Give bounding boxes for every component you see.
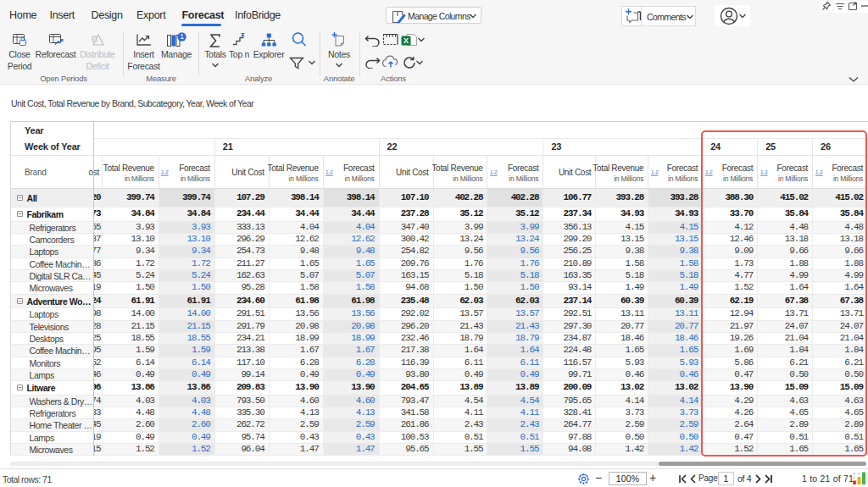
svg-text:X: X: [403, 36, 409, 45]
svg-text:1: 1: [180, 32, 184, 41]
